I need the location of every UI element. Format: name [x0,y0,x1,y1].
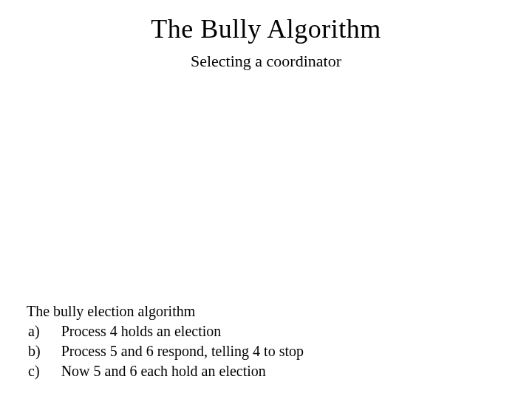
ordered-list: a) Process 4 holds an election b) Proces… [27,321,304,381]
list-item: a) Process 4 holds an election [27,321,304,341]
list-item-text: Process 4 holds an election [61,321,304,341]
list-item: c) Now 5 and 6 each hold an election [27,361,304,381]
slide-subtitle: Selecting a coordinator [0,52,532,71]
list-item-label: c) [27,361,61,381]
list-item-label: a) [27,321,61,341]
list-item-text: Now 5 and 6 each hold an election [61,361,304,381]
slide-title: The Bully Algorithm [0,0,532,44]
list-item: b) Process 5 and 6 respond, telling 4 to… [27,341,304,361]
body-section: The bully election algorithm a) Process … [27,303,499,381]
list-item-text: Process 5 and 6 respond, telling 4 to st… [61,341,304,361]
intro-text: The bully election algorithm [27,303,499,320]
list-item-label: b) [27,341,61,361]
